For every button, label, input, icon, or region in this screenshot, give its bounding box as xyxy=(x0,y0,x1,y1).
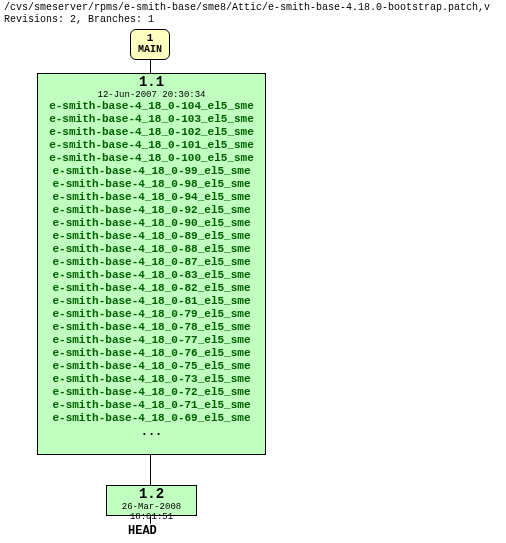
file-entry: e-smith-base-4_18_0-72_el5_sme xyxy=(38,386,265,399)
file-entry: e-smith-base-4_18_0-75_el5_sme xyxy=(38,360,265,373)
connector-line-2 xyxy=(150,455,151,485)
file-list: e-smith-base-4_18_0-104_el5_smee-smith-b… xyxy=(38,100,265,425)
file-entry: e-smith-base-4_18_0-102_el5_sme xyxy=(38,126,265,139)
file-entry: e-smith-base-4_18_0-92_el5_sme xyxy=(38,204,265,217)
file-entry: e-smith-base-4_18_0-73_el5_sme xyxy=(38,373,265,386)
revision-1-date: 12-Jun-2007 20:30:34 xyxy=(38,90,265,100)
revision-1-number: 1.1 xyxy=(38,74,265,90)
path-text: /cvs/smeserver/rpms/e-smith-base/sme8/At… xyxy=(4,2,490,14)
header: /cvs/smeserver/rpms/e-smith-base/sme8/At… xyxy=(4,2,490,26)
ellipsis: ... xyxy=(38,425,265,439)
file-entry: e-smith-base-4_18_0-94_el5_sme xyxy=(38,191,265,204)
revision-2-date: 26-Mar-2008 18:01:51 xyxy=(107,502,196,522)
file-entry: e-smith-base-4_18_0-88_el5_sme xyxy=(38,243,265,256)
file-entry: e-smith-base-4_18_0-83_el5_sme xyxy=(38,269,265,282)
main-branch-label: MAIN xyxy=(131,44,169,56)
file-entry: e-smith-base-4_18_0-89_el5_sme xyxy=(38,230,265,243)
file-entry: e-smith-base-4_18_0-81_el5_sme xyxy=(38,295,265,308)
main-branch-box: 1 MAIN xyxy=(130,29,170,60)
revision-2-box[interactable]: 1.2 26-Mar-2008 18:01:51 xyxy=(106,485,197,516)
file-entry: e-smith-base-4_18_0-103_el5_sme xyxy=(38,113,265,126)
file-entry: e-smith-base-4_18_0-76_el5_sme xyxy=(38,347,265,360)
head-label: HEAD xyxy=(128,524,157,538)
file-entry: e-smith-base-4_18_0-77_el5_sme xyxy=(38,334,265,347)
file-entry: e-smith-base-4_18_0-90_el5_sme xyxy=(38,217,265,230)
main-branch-number: 1 xyxy=(131,30,169,44)
revision-1-box[interactable]: 1.1 12-Jun-2007 20:30:34 e-smith-base-4_… xyxy=(37,73,266,455)
file-entry: e-smith-base-4_18_0-87_el5_sme xyxy=(38,256,265,269)
connector-line-3 xyxy=(150,516,151,524)
file-entry: e-smith-base-4_18_0-99_el5_sme xyxy=(38,165,265,178)
revision-2-number: 1.2 xyxy=(107,486,196,502)
file-entry: e-smith-base-4_18_0-104_el5_sme xyxy=(38,100,265,113)
file-entry: e-smith-base-4_18_0-100_el5_sme xyxy=(38,152,265,165)
file-entry: e-smith-base-4_18_0-69_el5_sme xyxy=(38,412,265,425)
revisions-text: Revisions: 2, Branches: 1 xyxy=(4,14,490,26)
file-entry: e-smith-base-4_18_0-78_el5_sme xyxy=(38,321,265,334)
file-entry: e-smith-base-4_18_0-82_el5_sme xyxy=(38,282,265,295)
connector-line-1 xyxy=(150,60,151,73)
file-entry: e-smith-base-4_18_0-101_el5_sme xyxy=(38,139,265,152)
file-entry: e-smith-base-4_18_0-79_el5_sme xyxy=(38,308,265,321)
file-entry: e-smith-base-4_18_0-71_el5_sme xyxy=(38,399,265,412)
file-entry: e-smith-base-4_18_0-98_el5_sme xyxy=(38,178,265,191)
